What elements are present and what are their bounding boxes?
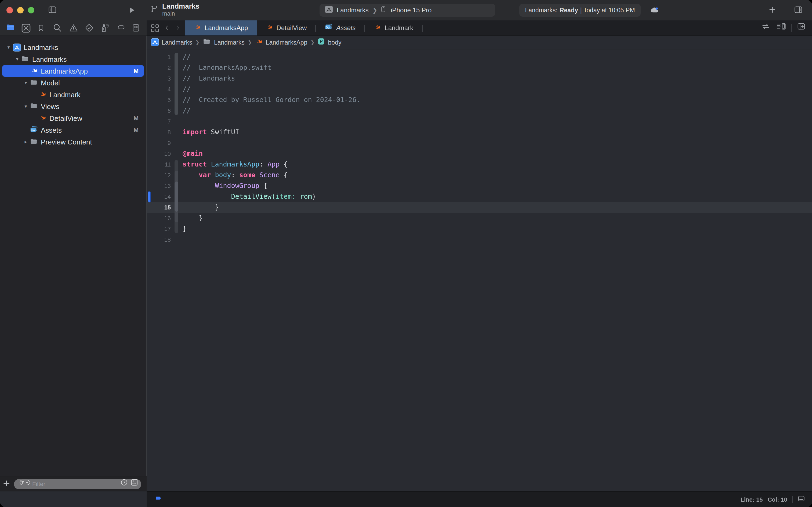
report-navigator-icon[interactable] — [130, 22, 142, 34]
swift-icon — [373, 23, 381, 33]
filter-options-icon[interactable] — [17, 479, 30, 489]
line-number: 18 — [147, 234, 171, 245]
code-line-1[interactable]: 1// — [147, 52, 812, 62]
editor-layout-icon[interactable] — [798, 496, 806, 504]
code-line-2[interactable]: 2// LandmarksApp.swift — [147, 62, 812, 73]
titlebar: Landmarks main Landmarks ❯ iPhone 15 Pro… — [0, 0, 812, 20]
jumpbar-item-landmarksapp[interactable]: LandmarksApp — [255, 38, 307, 47]
back-button[interactable] — [162, 20, 173, 36]
sidebar-item-landmarks[interactable]: ▾Landmarks — [0, 53, 146, 65]
code-line-6[interactable]: 6// — [147, 105, 812, 116]
tab-landmarksapp[interactable]: LandmarksApp — [185, 20, 256, 36]
code-line-13[interactable]: 13 WindowGroup { — [147, 180, 812, 191]
scheme-chevron: ❯ — [372, 7, 377, 14]
sidebar-item-views[interactable]: ▾Views — [0, 101, 146, 112]
show-changes-icon[interactable] — [131, 479, 138, 489]
debug-navigator-icon[interactable] — [99, 22, 111, 34]
disclosure-chevron-icon[interactable]: ▾ — [14, 56, 20, 62]
code-line-17[interactable]: 17} — [147, 223, 812, 234]
sidebar-item-landmarksapp[interactable]: LandmarksAppM — [0, 65, 146, 77]
forward-button[interactable] — [173, 20, 185, 36]
tab-assets[interactable]: Assets — [316, 20, 364, 36]
disclosure-chevron-icon[interactable]: ▾ — [22, 80, 29, 86]
jumpbar-separator: ❯ — [195, 40, 199, 45]
code-line-9[interactable]: 9 — [147, 137, 812, 148]
sidebar-item-assets[interactable]: AssetsM — [0, 124, 146, 136]
sidebar-item-landmark[interactable]: Landmark — [0, 89, 146, 101]
code-token: { — [280, 160, 288, 168]
code-line-7[interactable]: 7 — [147, 116, 812, 127]
tab-separator — [422, 24, 422, 32]
code-line-18[interactable]: 18 — [147, 234, 812, 245]
bookmark-navigator-icon[interactable] — [36, 22, 48, 34]
jumpbar-item-landmarks[interactable]: Landmarks — [203, 39, 245, 47]
jumpbar-item-landmarks[interactable]: Landmarks — [151, 38, 192, 47]
line-number: 9 — [147, 137, 171, 148]
code-line-15[interactable]: 15 } — [147, 202, 812, 213]
code-line-10[interactable]: 10@main — [147, 148, 812, 159]
code-token: // — [183, 53, 191, 61]
disclosure-chevron-icon[interactable]: ▾ — [22, 104, 29, 109]
window-title: Landmarks — [162, 2, 199, 10]
recent-files-icon[interactable] — [121, 479, 128, 489]
jumpbar-separator: ❯ — [310, 40, 314, 45]
disclosure-chevron-icon[interactable]: ▸ — [22, 139, 29, 145]
code-line-12[interactable]: 12 var body: some Scene { — [147, 170, 812, 180]
filter-placeholder: Filter — [32, 481, 118, 487]
fold-ribbon-segment[interactable] — [174, 181, 178, 212]
sidebar-item-preview-content[interactable]: ▸Preview Content — [0, 136, 146, 148]
add-editor-icon[interactable] — [797, 23, 806, 33]
close-window-button[interactable] — [6, 7, 13, 13]
zoom-window-button[interactable] — [28, 7, 35, 13]
scheme-device[interactable]: iPhone 15 Pro — [391, 6, 431, 14]
breakpoint-tag-icon[interactable] — [154, 495, 163, 504]
app-target-icon — [325, 5, 333, 15]
run-button[interactable] — [127, 5, 137, 15]
jumpbar-label: Landmarks — [162, 39, 192, 46]
minimize-window-button[interactable] — [17, 7, 23, 13]
find-navigator-icon[interactable] — [52, 22, 63, 34]
code-line-16[interactable]: 16 } — [147, 213, 812, 223]
code-line-11[interactable]: 11struct LandmarksApp: App { — [147, 159, 812, 170]
test-navigator-icon[interactable] — [83, 22, 95, 34]
jumpbar-label: Landmarks — [214, 39, 245, 46]
code-line-8[interactable]: 8import SwiftUI — [147, 127, 812, 137]
line-number: 1 — [147, 52, 171, 62]
disclosure-chevron-icon[interactable]: ▾ — [5, 45, 12, 50]
code-line-5[interactable]: 5// Created by Russell Gordon on 2024-01… — [147, 95, 812, 105]
swift-icon — [193, 23, 201, 33]
navigator-filter-bar: Filter — [0, 476, 147, 492]
code-token: // Landmarks — [183, 74, 235, 82]
breakpoint-navigator-icon[interactable] — [115, 22, 126, 34]
sidebar-item-landmarks[interactable]: ▾Landmarks — [0, 41, 146, 53]
code-token: // — [183, 85, 191, 93]
issue-navigator-icon[interactable] — [67, 22, 79, 34]
code-line-4[interactable]: 4// — [147, 84, 812, 95]
editor-options-icon[interactable] — [775, 23, 786, 33]
toggle-inspector-icon[interactable] — [793, 5, 803, 15]
code-line-14[interactable]: 14 DetailView(item: rom) — [147, 191, 812, 202]
tab-landmark[interactable]: Landmark — [365, 20, 422, 36]
add-button[interactable] — [767, 5, 778, 15]
add-file-button[interactable] — [0, 480, 14, 488]
source-control-navigator-icon[interactable] — [20, 22, 32, 34]
scheme-selector[interactable]: Landmarks ❯ iPhone 15 Pro — [320, 4, 495, 17]
code-line-3[interactable]: 3// Landmarks — [147, 73, 812, 84]
modified-badge: M — [134, 115, 141, 121]
sidebar-item-detailview[interactable]: DetailViewM — [0, 112, 146, 124]
tab-detailview[interactable]: DetailView — [256, 20, 315, 36]
change-bar[interactable] — [148, 191, 151, 203]
source-editor[interactable]: 1//2// LandmarksApp.swift3// Landmarks4/… — [147, 49, 812, 492]
swap-editor-icon[interactable] — [761, 23, 770, 33]
sidebar-item-model[interactable]: ▾Model — [0, 77, 146, 89]
item-label: Landmark — [49, 91, 141, 99]
jumpbar-label: LandmarksApp — [266, 39, 307, 46]
jumpbar-item-body[interactable]: Pbody — [318, 38, 342, 47]
related-items-icon[interactable] — [147, 20, 162, 36]
toggle-navigator-icon[interactable] — [47, 5, 57, 15]
filter-field[interactable]: Filter — [14, 479, 141, 489]
fold-ribbon-segment[interactable] — [174, 53, 178, 115]
project-navigator-icon[interactable] — [4, 22, 16, 34]
tab-label: LandmarksApp — [205, 24, 248, 32]
scheme-target[interactable]: Landmarks — [337, 6, 369, 14]
